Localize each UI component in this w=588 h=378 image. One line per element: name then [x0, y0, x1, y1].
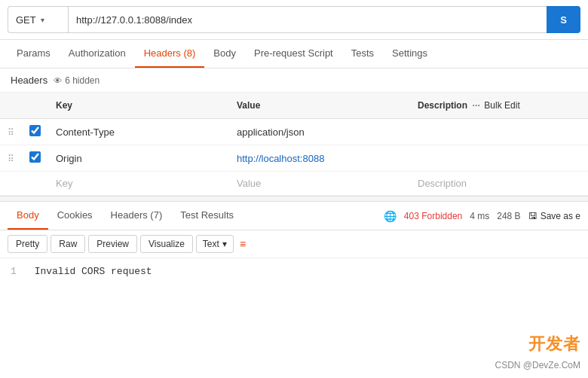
response-section: Body Cookies Headers (7) Test Results 🌐 … [0, 202, 588, 285]
watermark-sub: CSDN @DevZe.CoM [495, 360, 580, 370]
response-status-area: 🌐 403 Forbidden 4 ms 248 B 🖫 Save as e [384, 210, 580, 222]
check-col-header [22, 93, 48, 119]
response-tab-cookies[interactable]: Cookies [48, 202, 102, 230]
headers-table: Key Value Description ··· Bulk Edit ⠿ Co… [0, 93, 588, 196]
desc-cell-1 [410, 119, 588, 145]
response-time: 4 ms [470, 211, 489, 221]
format-raw-button[interactable]: Raw [51, 235, 85, 253]
method-select[interactable]: GET ▾ [8, 6, 68, 33]
table-row-placeholder: Key Value Description [0, 172, 588, 196]
tab-prerequest[interactable]: Pre-request Script [245, 40, 342, 68]
headers-title: Headers [11, 75, 47, 86]
method-chevron: ▾ [41, 16, 44, 24]
format-visualize-button[interactable]: Visualize [140, 235, 193, 253]
drag-handle[interactable]: ⠿ [8, 127, 14, 138]
bulk-edit-button[interactable]: Bulk Edit [484, 100, 519, 111]
response-tab-headers[interactable]: Headers (7) [102, 202, 172, 230]
request-tabs: Params Authorization Headers (8) Body Pr… [0, 40, 588, 69]
tab-headers[interactable]: Headers (8) [135, 40, 205, 68]
response-tab-body[interactable]: Body [8, 202, 48, 230]
headers-section: Headers 👁 6 hidden Key Value Description… [0, 69, 588, 196]
format-preview-button[interactable]: Preview [88, 235, 137, 253]
table-row: ⠿ Origin http://localhost:8088 [0, 145, 588, 172]
hidden-badge: 👁 6 hidden [54, 75, 100, 86]
save-icon: 🖫 [528, 211, 537, 221]
headers-title-row: Headers 👁 6 hidden [0, 69, 588, 93]
desc-cell-2 [410, 145, 588, 172]
drag-col-header [0, 93, 22, 119]
key-cell-2: Origin [48, 145, 229, 172]
value-link-2[interactable]: http://localhost:8088 [237, 153, 324, 164]
save-label: Save as e [541, 211, 580, 221]
send-button[interactable]: S [547, 6, 580, 33]
format-type-dropdown[interactable]: Text ▾ [196, 235, 234, 253]
tab-params[interactable]: Params [8, 40, 60, 68]
url-bar: GET ▾ S [0, 0, 588, 40]
tab-settings[interactable]: Settings [383, 40, 436, 68]
drag-handle[interactable]: ⠿ [8, 154, 14, 164]
format-pretty-button[interactable]: Pretty [8, 235, 47, 253]
save-link[interactable]: 🖫 Save as e [528, 211, 580, 221]
value-col-header: Value [229, 93, 410, 119]
key-col-header: Key [48, 93, 229, 119]
watermark: 开发者 [528, 333, 580, 355]
response-tab-tests[interactable]: Test Results [171, 202, 243, 230]
row-checkbox-2[interactable] [29, 151, 41, 163]
status-badge: 403 Forbidden [404, 211, 462, 221]
description-header-label: Description [418, 100, 467, 111]
desc-placeholder: Description [418, 178, 467, 189]
method-label: GET [16, 14, 36, 26]
hidden-count: 6 hidden [65, 75, 100, 86]
table-row: ⠿ Content-Type application/json [0, 119, 588, 145]
format-bar: Pretty Raw Preview Visualize Text ▾ ≡ [0, 230, 588, 258]
globe-icon: 🌐 [384, 210, 397, 222]
format-type-label: Text [203, 239, 219, 249]
tab-body[interactable]: Body [204, 40, 245, 68]
response-size: 248 B [497, 211, 520, 221]
line-number-1: 1 [11, 266, 17, 277]
url-input[interactable] [68, 6, 547, 33]
key-placeholder: Key [56, 178, 72, 189]
response-tabs-row: Body Cookies Headers (7) Test Results 🌐 … [0, 202, 588, 230]
value-cell-1: application/json [229, 119, 410, 145]
more-options-button[interactable]: ··· [472, 99, 479, 112]
response-line-1: Invalid CORS request [35, 266, 152, 277]
value-cell-2: http://localhost:8088 [229, 145, 410, 172]
desc-col-header: Description ··· Bulk Edit [410, 93, 588, 119]
value-placeholder: Value [237, 178, 261, 189]
wrap-icon[interactable]: ≡ [240, 238, 246, 250]
table-header-row: Key Value Description ··· Bulk Edit [0, 93, 588, 119]
tab-tests[interactable]: Tests [342, 40, 383, 68]
eye-icon: 👁 [54, 76, 62, 85]
format-type-chevron: ▾ [222, 239, 227, 249]
response-body: 1 Invalid CORS request [0, 258, 588, 285]
section-divider [0, 196, 588, 202]
key-cell-1: Content-Type [48, 119, 229, 145]
row-checkbox-1[interactable] [29, 125, 41, 136]
tab-authorization[interactable]: Authorization [60, 40, 135, 68]
